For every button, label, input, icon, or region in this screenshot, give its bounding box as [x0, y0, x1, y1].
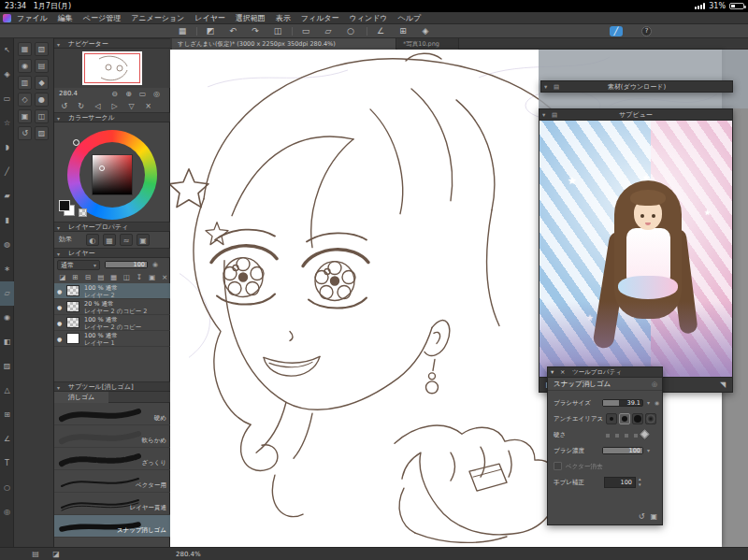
new-folder-icon[interactable]: ⊟: [82, 272, 94, 283]
marquee-select-icon[interactable]: ▭: [0, 87, 14, 111]
material-icon[interactable]: ▨: [35, 126, 49, 140]
flip-horizontal2-icon[interactable]: ▷: [108, 100, 121, 112]
main-color-swatch[interactable]: [59, 200, 70, 211]
balloon-tool-icon[interactable]: ○: [0, 476, 14, 500]
document-tab-active[interactable]: すしざんまい(仮定)* (3000 x 2250px 350dpi 280.4%…: [172, 38, 396, 50]
app-logo-icon[interactable]: [3, 14, 11, 22]
flip-vertical-icon[interactable]: ▽: [125, 100, 137, 112]
menu-selection[interactable]: 選択範囲: [236, 12, 266, 23]
color-panel-title[interactable]: ▾カラーサークル: [54, 112, 170, 122]
layer-thumbnail[interactable]: [66, 333, 79, 344]
collapse-icon[interactable]: ▾: [57, 382, 60, 392]
navigator-panel-title[interactable]: ▾ナビゲーター: [54, 38, 170, 49]
hue-marker[interactable]: [73, 139, 79, 146]
auto-select-icon[interactable]: ☆: [0, 111, 14, 136]
quick-access-icon[interactable]: ▦: [18, 42, 32, 56]
menu-file[interactable]: ファイル: [17, 12, 48, 23]
reset-view-icon[interactable]: ×: [142, 100, 154, 112]
clear-icon[interactable]: ◫: [269, 24, 286, 38]
color-set-icon[interactable]: ▥: [18, 76, 32, 90]
delete-layer-icon[interactable]: ×: [159, 272, 170, 283]
color-slider-icon[interactable]: ▤: [35, 59, 49, 73]
layer-row[interactable]: ● 100 % 通常 レイヤー 1: [54, 331, 170, 347]
stylus-mode-icon[interactable]: ╱: [610, 26, 623, 36]
expand-icon[interactable]: ◥: [715, 378, 730, 393]
material-panel[interactable]: ▾ ▤ 素材(ダウンロード): [540, 80, 733, 93]
aa-medium-button[interactable]: [632, 413, 643, 424]
layer-property-icon[interactable]: ◫: [35, 109, 49, 123]
subview-reference-image[interactable]: ★ ★ ★ ★: [539, 121, 732, 379]
aa-weak-button[interactable]: [619, 413, 630, 424]
layer-thumbnail[interactable]: [66, 301, 79, 312]
undo-icon[interactable]: ↶: [224, 24, 241, 38]
layer-row[interactable]: ● 100 % 通常 レイヤー 2: [54, 283, 170, 299]
panel-menu-icon[interactable]: ▤: [552, 109, 557, 121]
navigator-preview[interactable]: [54, 49, 170, 88]
menu-help[interactable]: ヘルプ: [398, 12, 422, 23]
grid-snap-icon[interactable]: ⊞: [395, 24, 411, 38]
history-icon[interactable]: ↺: [18, 126, 32, 140]
navigator-view-rect[interactable]: [84, 53, 140, 83]
subtool-item-soft[interactable]: 軟らかめ: [54, 425, 170, 448]
menu-window[interactable]: ウィンドウ: [350, 12, 388, 23]
document-tab[interactable]: *写真10.png: [397, 38, 459, 50]
collapse-icon[interactable]: ▾: [57, 113, 60, 122]
layer-thumbnail[interactable]: [66, 285, 79, 296]
color-wheel-icon[interactable]: ◉: [18, 59, 32, 73]
layers-panel-title[interactable]: ▾レイヤー: [54, 248, 170, 258]
deselect-icon[interactable]: ○: [342, 24, 359, 38]
merge-icon[interactable]: ◫: [121, 272, 132, 283]
saturation-value-square[interactable]: [92, 154, 133, 195]
aa-none-button[interactable]: [606, 413, 617, 424]
operate-tool-icon[interactable]: ↖: [0, 38, 14, 63]
edit-mode-icon[interactable]: ◩: [202, 24, 219, 38]
navigator-thumbnail[interactable]: [82, 51, 142, 85]
visibility-eye-icon[interactable]: ●: [57, 288, 62, 294]
brush-size-slider[interactable]: 39.1: [602, 399, 643, 407]
layer-row[interactable]: ● 20 % 通常 レイヤー 2 のコピー 2: [54, 299, 170, 315]
selection-icon[interactable]: ▭: [297, 24, 314, 38]
menu-layer[interactable]: レイヤー: [194, 12, 225, 23]
help-icon[interactable]: ?: [641, 26, 652, 36]
subtool-panel-title[interactable]: ▾サブツール[消しゴム]: [54, 381, 170, 392]
subtool-icon[interactable]: ◇: [18, 93, 32, 107]
visibility-eye-icon[interactable]: ●: [57, 304, 62, 310]
brush-size-icon[interactable]: ●: [35, 93, 49, 107]
palette-dock-icon[interactable]: ▦: [174, 24, 191, 38]
visibility-eye-icon[interactable]: ●: [57, 320, 62, 326]
move-tool-icon[interactable]: ◈: [0, 63, 14, 87]
brush-tool-icon[interactable]: ▮: [0, 208, 14, 233]
tool-property-title[interactable]: ▾ × ツールプロパティ: [548, 367, 662, 378]
pen-pressure-icon[interactable]: ◉: [654, 399, 659, 406]
collapse-icon[interactable]: ▾: [57, 249, 60, 258]
tone-icon[interactable]: ▦: [103, 234, 116, 246]
layer-opacity-slider[interactable]: 100: [105, 261, 148, 268]
frame-border-tool-icon[interactable]: ⊞: [0, 403, 14, 427]
palette-menu-icon[interactable]: ▣: [147, 272, 158, 283]
subtool-item-vector[interactable]: ベクター用: [54, 470, 170, 493]
ruler-snap-icon[interactable]: ∠: [372, 24, 389, 38]
sv-marker[interactable]: [99, 165, 105, 171]
aa-strong-button[interactable]: [645, 413, 656, 424]
eraser-tool-icon[interactable]: ▱: [0, 281, 14, 306]
collapse-icon[interactable]: ▾: [57, 39, 60, 49]
canvas-zoom-value[interactable]: 280.4%: [176, 548, 201, 560]
material-panel-title[interactable]: ▾ ▤ 素材(ダウンロード): [541, 81, 732, 93]
chevron-down-icon[interactable]: ▾: [647, 447, 650, 453]
border-effect-icon[interactable]: ◐: [86, 234, 99, 246]
fit-screen-icon[interactable]: ▭: [137, 88, 149, 100]
chevron-down-icon[interactable]: ▾: [647, 399, 650, 406]
stepper-up-down-icon[interactable]: ▴▾: [639, 476, 641, 487]
pen-pressure-icon[interactable]: ◉: [152, 261, 158, 268]
collapse-icon[interactable]: ▾: [544, 81, 547, 93]
zoom-in-icon[interactable]: ⊕: [122, 88, 135, 100]
ruler-tool-icon[interactable]: ∠: [0, 427, 14, 452]
transparent-color-swatch[interactable]: [79, 208, 87, 217]
special-ruler-snap-icon[interactable]: ◈: [417, 24, 434, 38]
layer-row[interactable]: ● 100 % 通常 レイヤー 2 のコピー: [54, 315, 170, 331]
menu-filter[interactable]: フィルター: [301, 12, 339, 23]
transfer-down-icon[interactable]: ↧: [134, 272, 145, 283]
new-layer-icon[interactable]: ⊞: [70, 272, 81, 283]
transform-icon[interactable]: ▱: [320, 24, 337, 38]
actual-size-icon[interactable]: ◎: [151, 88, 163, 100]
